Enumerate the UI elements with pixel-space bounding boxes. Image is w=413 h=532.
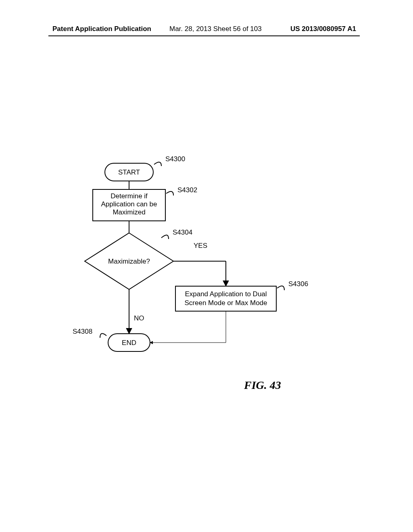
expand-line2: Screen Mode or Max Mode [184, 299, 267, 307]
decision-yes-label: YES [194, 242, 207, 249]
determine-line1: Determine if [111, 192, 148, 200]
decision-step-label: S4304 [173, 229, 192, 236]
determine-node: Determine if Application can be Maximize… [93, 189, 165, 221]
end-node: END [108, 334, 150, 351]
determine-step-label: S4302 [177, 186, 197, 194]
start-node: START [105, 163, 153, 181]
edge-expand-end [150, 311, 226, 343]
expand-step-callout: S4306 [277, 280, 308, 290]
start-text: START [118, 168, 140, 176]
expand-node: Expand Application to Dual Screen Mode o… [175, 286, 276, 311]
edge-decision-no: NO [129, 289, 144, 334]
decision-step-callout: S4304 [161, 229, 192, 239]
determine-line3: Maximized [113, 208, 145, 216]
end-step-label: S4308 [73, 328, 92, 335]
determine-line2: Application can be [101, 200, 157, 208]
end-text: END [122, 339, 136, 347]
determine-step-callout: S4302 [166, 186, 197, 195]
start-step-callout: S4300 [154, 155, 185, 166]
expand-step-label: S4306 [288, 280, 308, 288]
decision-no-label: NO [134, 314, 144, 322]
decision-text: Maximizable? [108, 258, 150, 265]
expand-line1: Expand Application to Dual [185, 290, 267, 298]
start-step-label: S4300 [165, 155, 185, 163]
edge-decision-yes: YES [173, 242, 226, 286]
page: Patent Application Publication Mar. 28, … [0, 0, 413, 532]
end-step-callout: S4308 [73, 328, 106, 338]
figure-caption: FIG. 43 [244, 379, 281, 392]
flowchart-svg: START S4300 Determine if Application can… [0, 0, 413, 532]
decision-node: Maximizable? [85, 233, 173, 289]
